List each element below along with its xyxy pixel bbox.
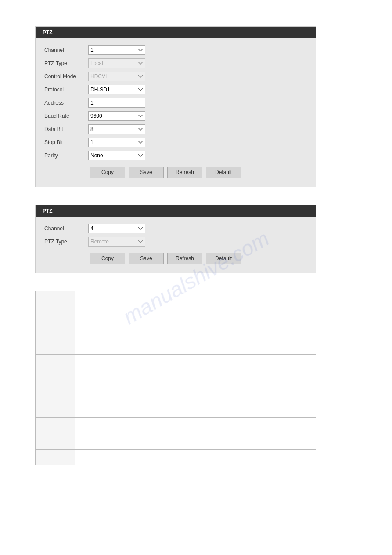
table-row xyxy=(36,402,316,418)
ptz-panel-1: PTZ Channel 1 2 3 4 PTZ Type Local Contr… xyxy=(35,26,316,187)
copy-button-1[interactable]: Copy xyxy=(90,167,125,178)
copy-button-2[interactable]: Copy xyxy=(90,253,125,264)
parity-label: Parity xyxy=(44,152,88,159)
ptz-panel-2: PTZ Channel 4 1 2 3 PTZ Type Remote Copy… xyxy=(35,205,316,273)
table-cell-left xyxy=(36,402,75,418)
table-row xyxy=(36,307,316,323)
channel-select-2[interactable]: 4 1 2 3 xyxy=(88,224,145,233)
default-button-1[interactable]: Default xyxy=(206,167,241,178)
channel-select[interactable]: 1 2 3 4 xyxy=(88,45,145,55)
table-row xyxy=(36,355,316,402)
table-row xyxy=(36,291,316,307)
table-cell-left xyxy=(36,450,75,465)
table-cell-right xyxy=(75,450,316,465)
refresh-button-1[interactable]: Refresh xyxy=(167,167,202,178)
ptz-body-1: Channel 1 2 3 4 PTZ Type Local Control M… xyxy=(36,38,316,187)
table-cell-right xyxy=(75,307,316,323)
baud-rate-select[interactable]: 9600 4800 19200 xyxy=(88,111,145,121)
ptz-body-2: Channel 4 1 2 3 PTZ Type Remote Copy Sav… xyxy=(36,217,316,273)
protocol-label: Protocol xyxy=(44,87,88,93)
table-cell-left xyxy=(36,355,75,402)
protocol-row: Protocol DH-SD1 Pelco-P Pelco-D xyxy=(44,85,307,94)
table-cell-left xyxy=(36,291,75,307)
control-mode-row: Control Mode HDCVI xyxy=(44,72,307,81)
data-bit-label: Data Bit xyxy=(44,126,88,132)
table-cell-right xyxy=(75,323,316,355)
ptz-type-row-2: PTZ Type Remote xyxy=(44,237,307,247)
panel2-btn-row: Copy Save Refresh Default xyxy=(44,253,307,264)
table-row xyxy=(36,418,316,450)
data-bit-select[interactable]: 8 7 xyxy=(88,124,145,134)
ptz-type-label-2: PTZ Type xyxy=(44,239,88,245)
table-cell-right xyxy=(75,291,316,307)
data-bit-row: Data Bit 8 7 xyxy=(44,124,307,134)
channel-row-2: Channel 4 1 2 3 xyxy=(44,224,307,233)
data-table xyxy=(35,291,316,465)
baud-rate-row: Baud Rate 9600 4800 19200 xyxy=(44,111,307,121)
default-button-2[interactable]: Default xyxy=(206,253,241,264)
data-table-section xyxy=(35,291,316,465)
ptz-header-1: PTZ xyxy=(36,27,316,38)
ptz-title-1: PTZ xyxy=(43,29,53,36)
ptz-type-select: Local xyxy=(88,58,145,68)
table-cell-right xyxy=(75,355,316,402)
address-label: Address xyxy=(44,100,88,106)
protocol-select[interactable]: DH-SD1 Pelco-P Pelco-D xyxy=(88,85,145,94)
table-cell-right xyxy=(75,418,316,450)
table-row xyxy=(36,323,316,355)
channel-label: Channel xyxy=(44,47,88,53)
ptz-type-row: PTZ Type Local xyxy=(44,58,307,68)
save-button-1[interactable]: Save xyxy=(129,167,164,178)
table-row xyxy=(36,450,316,465)
table-cell-right xyxy=(75,402,316,418)
stop-bit-label: Stop Bit xyxy=(44,139,88,145)
ptz-title-2: PTZ xyxy=(43,208,53,214)
save-button-2[interactable]: Save xyxy=(129,253,164,264)
ptz-header-2: PTZ xyxy=(36,205,316,217)
table-cell-left xyxy=(36,418,75,450)
ptz-type-label: PTZ Type xyxy=(44,60,88,66)
table-cell-left xyxy=(36,323,75,355)
address-input[interactable] xyxy=(88,98,145,108)
control-mode-select: HDCVI xyxy=(88,72,145,81)
parity-row: Parity None Odd Even xyxy=(44,151,307,160)
refresh-button-2[interactable]: Refresh xyxy=(167,253,202,264)
control-mode-label: Control Mode xyxy=(44,73,88,80)
panel1-btn-row: Copy Save Refresh Default xyxy=(44,167,307,178)
channel-label-2: Channel xyxy=(44,225,88,232)
stop-bit-select[interactable]: 1 2 xyxy=(88,138,145,147)
channel-row: Channel 1 2 3 4 xyxy=(44,45,307,55)
baud-rate-label: Baud Rate xyxy=(44,113,88,119)
address-row: Address xyxy=(44,98,307,108)
table-cell-left xyxy=(36,307,75,323)
parity-select[interactable]: None Odd Even xyxy=(88,151,145,160)
ptz-type-select-2: Remote xyxy=(88,237,145,247)
stop-bit-row: Stop Bit 1 2 xyxy=(44,138,307,147)
